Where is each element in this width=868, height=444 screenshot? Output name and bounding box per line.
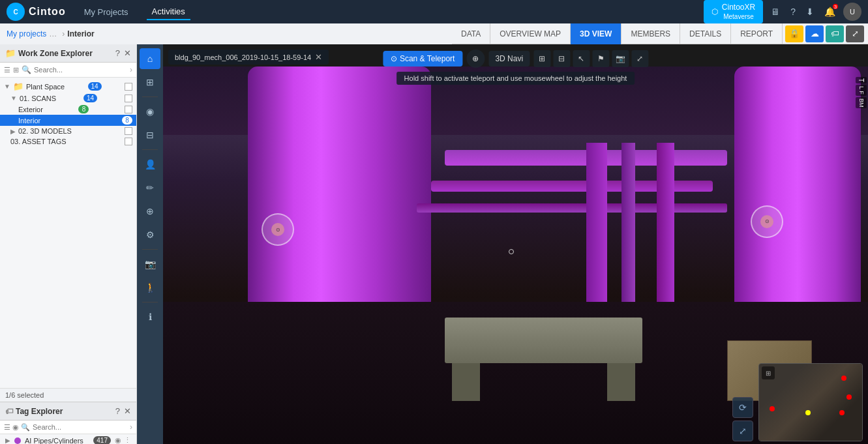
- asset-tags-checkbox[interactable]: [125, 138, 132, 145]
- share-btn[interactable]: ⤢: [631, 50, 648, 67]
- logo-area: C Cintoo: [7, 3, 66, 21]
- tag-explorer-help-icon[interactable]: ?: [115, 406, 120, 416]
- work-zone-title: Work Zone Explorer: [18, 49, 93, 58]
- workbench-leg-left: [452, 363, 480, 401]
- mini-map-toggle-btn[interactable]: ⊞: [762, 366, 775, 379]
- avatar[interactable]: U: [843, 3, 861, 21]
- cursor-btn[interactable]: ↖: [573, 50, 590, 67]
- tree-row-3d-models[interactable]: ▶ 02. 3D MODELS: [0, 126, 136, 136]
- mm-dot-1: [841, 376, 846, 381]
- tab-data[interactable]: DATA: [452, 23, 490, 44]
- cintoo-xr-label: CintooXRMetaverse: [722, 3, 755, 21]
- camera-btn[interactable]: 📷: [612, 50, 629, 67]
- teleport-label: Scan & Teleport: [400, 54, 455, 63]
- plant-space-folder-icon: 📁: [13, 81, 23, 91]
- vi-sep-3: [142, 249, 158, 250]
- monitor-icon[interactable]: 🖥: [768, 4, 783, 20]
- tree-row-interior[interactable]: Interior 8: [0, 115, 136, 126]
- work-zone-help-icon[interactable]: ?: [115, 48, 120, 58]
- work-zone-search-input[interactable]: [34, 66, 127, 74]
- tab-overview[interactable]: OVERVIEW MAP: [490, 23, 571, 44]
- plant-space-checkbox[interactable]: [125, 83, 132, 91]
- models-checkbox[interactable]: [125, 127, 132, 135]
- scans-checkbox[interactable]: [125, 95, 132, 102]
- app-name: Cintoo: [29, 6, 66, 18]
- work-zone-search-row: ☰ ⊞ 🔍 ›: [0, 63, 136, 78]
- scans-badge: 14: [83, 94, 97, 102]
- vi-home-btn[interactable]: ⌂: [140, 48, 160, 69]
- tag-expand-icon[interactable]: ▶: [5, 437, 10, 444]
- tag-more-icon[interactable]: ⋮: [124, 436, 131, 444]
- lock-button[interactable]: 🔒: [785, 25, 803, 42]
- wz-list-icon[interactable]: ☰: [4, 66, 10, 74]
- plant-space-badge: 14: [88, 82, 102, 91]
- scan-teleport-button[interactable]: ⊙ Scan & Teleport: [383, 51, 463, 67]
- tabs-bar: DATA OVERVIEW MAP 3D VIEW MEMBERS DETAIL…: [452, 23, 783, 44]
- layers-view-btn[interactable]: ⊟: [553, 50, 570, 67]
- vi-person-btn[interactable]: 🚶: [140, 277, 160, 298]
- scan-marker-right[interactable]: ⊙: [751, 205, 783, 238]
- grid-view-btn[interactable]: ⊞: [533, 50, 550, 67]
- breadcrumb-current: Interior: [67, 29, 94, 38]
- navi-compass-icon[interactable]: ⊕: [466, 50, 485, 68]
- expand-button[interactable]: ⤢: [846, 25, 864, 42]
- vi-move-btn[interactable]: ⊕: [140, 201, 160, 222]
- tag-eye-toggle[interactable]: ◉: [115, 436, 121, 444]
- vi-pencil-btn[interactable]: ✏: [140, 177, 160, 198]
- flag-btn[interactable]: ⚑: [592, 50, 609, 67]
- tree-row-plant-space[interactable]: ▼ 📁 Plant Space 14: [0, 80, 136, 93]
- tag-list-icon[interactable]: ☰: [4, 423, 10, 432]
- download-icon[interactable]: ⬇: [803, 4, 816, 20]
- tab-members[interactable]: MEMBERS: [621, 23, 680, 44]
- vi-filter-btn[interactable]: ⊟: [140, 125, 160, 145]
- wz-grid-icon[interactable]: ⊞: [13, 66, 19, 74]
- vi-info-btn[interactable]: ℹ: [140, 306, 160, 327]
- asset-tags-label: 03. ASSET TAGS: [10, 138, 67, 145]
- breadcrumb-home[interactable]: My projects: [7, 29, 46, 38]
- tag-search-input[interactable]: [33, 423, 127, 431]
- tree-row-asset-tags[interactable]: 03. ASSET TAGS: [0, 136, 136, 147]
- tag-button[interactable]: 🏷: [826, 25, 844, 42]
- vi-settings-btn[interactable]: ⚙: [140, 224, 160, 245]
- cloud-button[interactable]: ☁: [805, 25, 824, 42]
- tag-search-go[interactable]: ›: [130, 422, 132, 432]
- tag-explorer-actions: ? ✕: [115, 406, 131, 416]
- workbench-leg-right: [607, 363, 635, 401]
- work-zone-folder-icon: 📁: [5, 48, 16, 58]
- models-label: 02. 3D MODELS: [18, 127, 72, 135]
- vi-eye-btn[interactable]: ◉: [140, 101, 160, 122]
- tag-explorer-close-icon[interactable]: ✕: [124, 406, 131, 416]
- tab-report[interactable]: REPORT: [731, 23, 783, 44]
- tab-details[interactable]: DETAILS: [680, 23, 731, 44]
- cintoo-xr-button[interactable]: ⬡ CintooXRMetaverse: [704, 0, 763, 23]
- vi-camera-btn[interactable]: 📷: [140, 254, 160, 274]
- vi-layers-btn[interactable]: ⊞: [140, 72, 160, 93]
- nav-my-projects[interactable]: My Projects: [79, 5, 134, 20]
- tree-row-exterior[interactable]: Exterior 8: [0, 104, 136, 115]
- tag-eye-icon[interactable]: ◉: [12, 423, 19, 432]
- search-go-icon[interactable]: ›: [130, 65, 132, 74]
- tree-row-scans[interactable]: ▼ 01. SCANS 14: [0, 93, 136, 104]
- br-rotate-btn[interactable]: ⟳: [732, 397, 753, 418]
- interior-label: Interior: [18, 117, 40, 125]
- scan-tag-close-btn[interactable]: ✕: [315, 52, 322, 62]
- exterior-checkbox[interactable]: [125, 106, 132, 113]
- notification-icon[interactable]: 🔔 3: [822, 4, 838, 20]
- work-zone-actions: ? ✕: [115, 48, 131, 58]
- bottom-right-buttons: ⟳ ⤢: [732, 397, 753, 441]
- work-zone-title-area: 📁 Work Zone Explorer: [5, 48, 93, 58]
- tag-row-pipes[interactable]: ▶ AI Pipes/Cylinders 417 ◉ ⋮: [0, 434, 136, 444]
- tag-icons-row: ☰ ◉ 🔍: [4, 423, 30, 432]
- navi-3d-button[interactable]: 3D Navi: [488, 51, 530, 67]
- work-zone-close-icon[interactable]: ✕: [124, 48, 131, 58]
- nav-right: ⬡ CintooXRMetaverse 🖥 ? ⬇ 🔔 3 U: [704, 0, 861, 23]
- help-icon[interactable]: ?: [788, 4, 798, 20]
- toolbar-icons: ⊞ ⊟ ↖ ⚑ 📷 ⤢: [533, 50, 648, 67]
- nav-activities[interactable]: Activities: [147, 4, 190, 20]
- br-fullscreen-btn[interactable]: ⤢: [732, 421, 753, 441]
- tab-action-buttons: 🔒 ☁ 🏷 ⤢: [785, 25, 868, 42]
- vi-user-btn[interactable]: 👤: [140, 154, 160, 175]
- cintoo-xr-icon: ⬡: [711, 7, 718, 16]
- tab-3d-view[interactable]: 3D VIEW: [571, 23, 621, 44]
- interior-badge: 8: [122, 116, 132, 125]
